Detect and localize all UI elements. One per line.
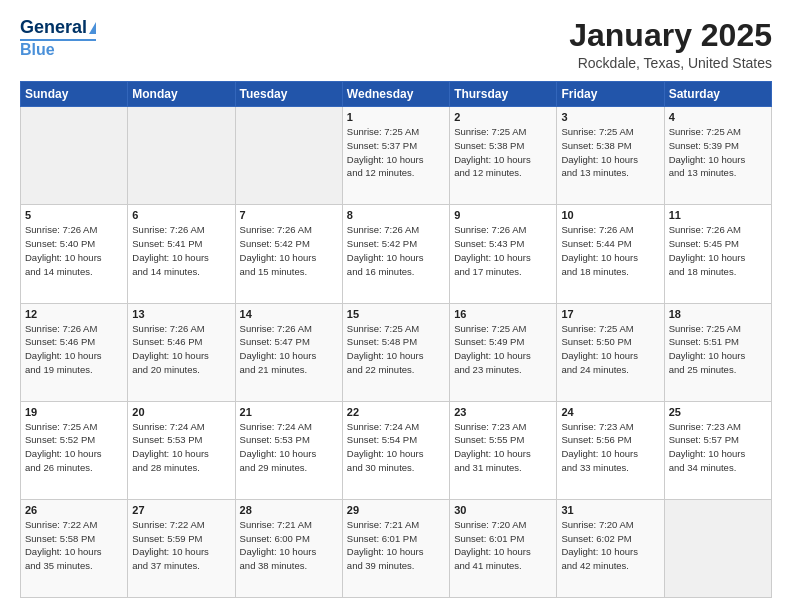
cell-w5-d2: 28Sunrise: 7:21 AM Sunset: 6:00 PM Dayli…	[235, 499, 342, 597]
day-info: Sunrise: 7:20 AM Sunset: 6:02 PM Dayligh…	[561, 518, 659, 573]
day-info: Sunrise: 7:25 AM Sunset: 5:38 PM Dayligh…	[561, 125, 659, 180]
page: General Blue January 2025 Rockdale, Texa…	[0, 0, 792, 612]
week-row-4: 19Sunrise: 7:25 AM Sunset: 5:52 PM Dayli…	[21, 401, 772, 499]
day-info: Sunrise: 7:21 AM Sunset: 6:00 PM Dayligh…	[240, 518, 338, 573]
day-number: 3	[561, 111, 659, 123]
cell-w5-d6	[664, 499, 771, 597]
day-info: Sunrise: 7:26 AM Sunset: 5:41 PM Dayligh…	[132, 223, 230, 278]
day-number: 6	[132, 209, 230, 221]
cell-w4-d6: 25Sunrise: 7:23 AM Sunset: 5:57 PM Dayli…	[664, 401, 771, 499]
header: General Blue January 2025 Rockdale, Texa…	[20, 18, 772, 71]
day-number: 4	[669, 111, 767, 123]
cell-w3-d0: 12Sunrise: 7:26 AM Sunset: 5:46 PM Dayli…	[21, 303, 128, 401]
cell-w2-d3: 8Sunrise: 7:26 AM Sunset: 5:42 PM Daylig…	[342, 205, 449, 303]
day-info: Sunrise: 7:25 AM Sunset: 5:51 PM Dayligh…	[669, 322, 767, 377]
day-number: 11	[669, 209, 767, 221]
day-number: 25	[669, 406, 767, 418]
day-number: 2	[454, 111, 552, 123]
day-number: 12	[25, 308, 123, 320]
day-info: Sunrise: 7:26 AM Sunset: 5:45 PM Dayligh…	[669, 223, 767, 278]
cell-w5-d0: 26Sunrise: 7:22 AM Sunset: 5:58 PM Dayli…	[21, 499, 128, 597]
day-number: 20	[132, 406, 230, 418]
day-number: 23	[454, 406, 552, 418]
day-info: Sunrise: 7:25 AM Sunset: 5:48 PM Dayligh…	[347, 322, 445, 377]
col-wednesday: Wednesday	[342, 82, 449, 107]
day-number: 18	[669, 308, 767, 320]
cell-w2-d5: 10Sunrise: 7:26 AM Sunset: 5:44 PM Dayli…	[557, 205, 664, 303]
logo-text-general: General	[20, 18, 87, 38]
day-info: Sunrise: 7:23 AM Sunset: 5:57 PM Dayligh…	[669, 420, 767, 475]
day-info: Sunrise: 7:23 AM Sunset: 5:55 PM Dayligh…	[454, 420, 552, 475]
day-info: Sunrise: 7:24 AM Sunset: 5:53 PM Dayligh…	[240, 420, 338, 475]
day-number: 22	[347, 406, 445, 418]
day-number: 5	[25, 209, 123, 221]
day-info: Sunrise: 7:26 AM Sunset: 5:40 PM Dayligh…	[25, 223, 123, 278]
day-number: 15	[347, 308, 445, 320]
cell-w3-d5: 17Sunrise: 7:25 AM Sunset: 5:50 PM Dayli…	[557, 303, 664, 401]
day-number: 14	[240, 308, 338, 320]
day-number: 16	[454, 308, 552, 320]
cell-w1-d6: 4Sunrise: 7:25 AM Sunset: 5:39 PM Daylig…	[664, 107, 771, 205]
subtitle: Rockdale, Texas, United States	[569, 55, 772, 71]
week-row-2: 5Sunrise: 7:26 AM Sunset: 5:40 PM Daylig…	[21, 205, 772, 303]
day-info: Sunrise: 7:24 AM Sunset: 5:53 PM Dayligh…	[132, 420, 230, 475]
day-number: 24	[561, 406, 659, 418]
cell-w3-d1: 13Sunrise: 7:26 AM Sunset: 5:46 PM Dayli…	[128, 303, 235, 401]
cell-w5-d5: 31Sunrise: 7:20 AM Sunset: 6:02 PM Dayli…	[557, 499, 664, 597]
col-saturday: Saturday	[664, 82, 771, 107]
cell-w5-d1: 27Sunrise: 7:22 AM Sunset: 5:59 PM Dayli…	[128, 499, 235, 597]
cell-w4-d1: 20Sunrise: 7:24 AM Sunset: 5:53 PM Dayli…	[128, 401, 235, 499]
day-info: Sunrise: 7:25 AM Sunset: 5:50 PM Dayligh…	[561, 322, 659, 377]
day-info: Sunrise: 7:26 AM Sunset: 5:42 PM Dayligh…	[240, 223, 338, 278]
day-info: Sunrise: 7:25 AM Sunset: 5:49 PM Dayligh…	[454, 322, 552, 377]
day-number: 7	[240, 209, 338, 221]
day-info: Sunrise: 7:23 AM Sunset: 5:56 PM Dayligh…	[561, 420, 659, 475]
calendar: Sunday Monday Tuesday Wednesday Thursday…	[20, 81, 772, 598]
day-number: 10	[561, 209, 659, 221]
week-row-5: 26Sunrise: 7:22 AM Sunset: 5:58 PM Dayli…	[21, 499, 772, 597]
cell-w3-d3: 15Sunrise: 7:25 AM Sunset: 5:48 PM Dayli…	[342, 303, 449, 401]
cell-w2-d0: 5Sunrise: 7:26 AM Sunset: 5:40 PM Daylig…	[21, 205, 128, 303]
day-info: Sunrise: 7:21 AM Sunset: 6:01 PM Dayligh…	[347, 518, 445, 573]
day-number: 19	[25, 406, 123, 418]
title-section: January 2025 Rockdale, Texas, United Sta…	[569, 18, 772, 71]
cell-w1-d2	[235, 107, 342, 205]
cell-w1-d0	[21, 107, 128, 205]
day-info: Sunrise: 7:25 AM Sunset: 5:52 PM Dayligh…	[25, 420, 123, 475]
day-info: Sunrise: 7:25 AM Sunset: 5:39 PM Dayligh…	[669, 125, 767, 180]
day-number: 28	[240, 504, 338, 516]
cell-w3-d6: 18Sunrise: 7:25 AM Sunset: 5:51 PM Dayli…	[664, 303, 771, 401]
day-number: 17	[561, 308, 659, 320]
cell-w2-d4: 9Sunrise: 7:26 AM Sunset: 5:43 PM Daylig…	[450, 205, 557, 303]
day-info: Sunrise: 7:25 AM Sunset: 5:38 PM Dayligh…	[454, 125, 552, 180]
cell-w1-d4: 2Sunrise: 7:25 AM Sunset: 5:38 PM Daylig…	[450, 107, 557, 205]
cell-w3-d4: 16Sunrise: 7:25 AM Sunset: 5:49 PM Dayli…	[450, 303, 557, 401]
col-monday: Monday	[128, 82, 235, 107]
logo-triangle-icon	[89, 22, 96, 34]
cell-w4-d5: 24Sunrise: 7:23 AM Sunset: 5:56 PM Dayli…	[557, 401, 664, 499]
cell-w5-d3: 29Sunrise: 7:21 AM Sunset: 6:01 PM Dayli…	[342, 499, 449, 597]
day-info: Sunrise: 7:20 AM Sunset: 6:01 PM Dayligh…	[454, 518, 552, 573]
cell-w2-d1: 6Sunrise: 7:26 AM Sunset: 5:41 PM Daylig…	[128, 205, 235, 303]
cell-w5-d4: 30Sunrise: 7:20 AM Sunset: 6:01 PM Dayli…	[450, 499, 557, 597]
cell-w2-d6: 11Sunrise: 7:26 AM Sunset: 5:45 PM Dayli…	[664, 205, 771, 303]
day-info: Sunrise: 7:24 AM Sunset: 5:54 PM Dayligh…	[347, 420, 445, 475]
cell-w2-d2: 7Sunrise: 7:26 AM Sunset: 5:42 PM Daylig…	[235, 205, 342, 303]
day-info: Sunrise: 7:26 AM Sunset: 5:47 PM Dayligh…	[240, 322, 338, 377]
day-number: 9	[454, 209, 552, 221]
logo-text-blue: Blue	[20, 41, 55, 59]
cell-w1-d1	[128, 107, 235, 205]
day-number: 31	[561, 504, 659, 516]
day-number: 8	[347, 209, 445, 221]
day-number: 30	[454, 504, 552, 516]
cell-w4-d4: 23Sunrise: 7:23 AM Sunset: 5:55 PM Dayli…	[450, 401, 557, 499]
day-number: 27	[132, 504, 230, 516]
col-tuesday: Tuesday	[235, 82, 342, 107]
day-info: Sunrise: 7:22 AM Sunset: 5:58 PM Dayligh…	[25, 518, 123, 573]
cell-w4-d0: 19Sunrise: 7:25 AM Sunset: 5:52 PM Dayli…	[21, 401, 128, 499]
week-row-3: 12Sunrise: 7:26 AM Sunset: 5:46 PM Dayli…	[21, 303, 772, 401]
main-title: January 2025	[569, 18, 772, 53]
cell-w1-d3: 1Sunrise: 7:25 AM Sunset: 5:37 PM Daylig…	[342, 107, 449, 205]
day-info: Sunrise: 7:26 AM Sunset: 5:44 PM Dayligh…	[561, 223, 659, 278]
day-info: Sunrise: 7:22 AM Sunset: 5:59 PM Dayligh…	[132, 518, 230, 573]
